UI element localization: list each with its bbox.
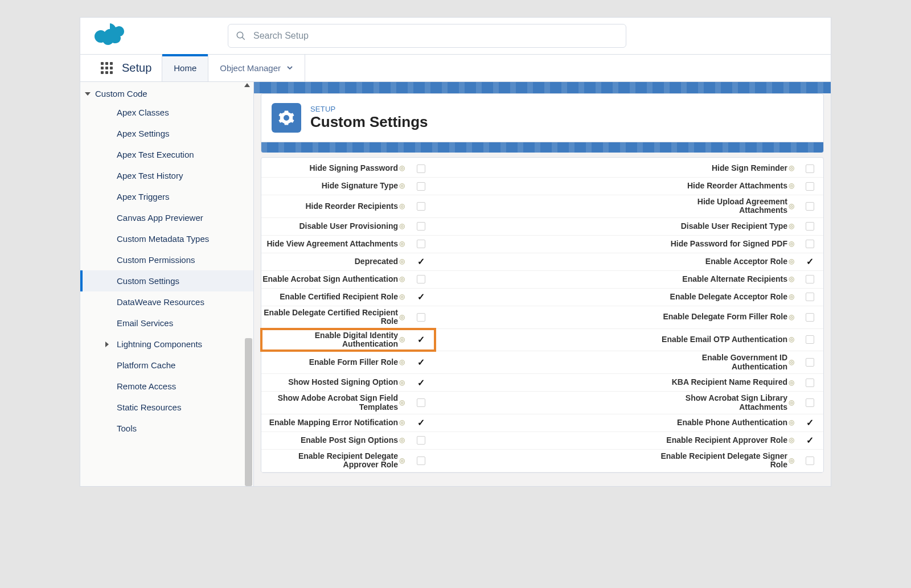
setting-checkbox-right[interactable] bbox=[796, 392, 823, 414]
setting-checkbox-right[interactable] bbox=[796, 195, 823, 217]
help-icon[interactable]: ◎ bbox=[789, 314, 794, 321]
sidebar-item-lightning-components[interactable]: Lightning Components bbox=[80, 334, 253, 355]
help-icon[interactable]: ◎ bbox=[789, 359, 794, 366]
setting-checkbox-right[interactable] bbox=[796, 289, 823, 306]
setting-checkbox-left[interactable] bbox=[407, 450, 435, 472]
setting-checkbox-right[interactable] bbox=[796, 236, 823, 253]
caret-right-icon bbox=[105, 342, 109, 347]
help-icon[interactable]: ◎ bbox=[789, 258, 794, 265]
setting-checkbox-right[interactable] bbox=[796, 351, 823, 373]
sidebar-item-platform-cache[interactable]: Platform Cache bbox=[80, 355, 253, 376]
help-icon[interactable]: ◎ bbox=[789, 276, 794, 283]
help-icon[interactable]: ◎ bbox=[399, 336, 405, 343]
help-icon[interactable]: ◎ bbox=[399, 399, 405, 406]
setting-checkbox-left[interactable] bbox=[407, 432, 435, 449]
setting-checkbox-right[interactable] bbox=[796, 329, 823, 351]
help-icon[interactable]: ◎ bbox=[399, 240, 405, 248]
sidebar-section-custom-code[interactable]: Custom Code bbox=[80, 85, 253, 102]
help-icon[interactable]: ◎ bbox=[789, 165, 794, 172]
help-icon[interactable]: ◎ bbox=[789, 437, 794, 444]
help-icon[interactable]: ◎ bbox=[789, 336, 794, 343]
sidebar-item-static-resources[interactable]: Static Resources bbox=[80, 397, 253, 418]
help-icon[interactable]: ◎ bbox=[399, 276, 405, 283]
help-icon[interactable]: ◎ bbox=[789, 240, 794, 248]
content: SETUP Custom Settings Hide Signing Passw… bbox=[254, 82, 831, 486]
help-icon[interactable]: ◎ bbox=[399, 437, 405, 444]
checkbox-empty-icon bbox=[806, 335, 814, 344]
nav-tab-home[interactable]: Home bbox=[162, 55, 208, 81]
setting-checkbox-left[interactable] bbox=[407, 236, 435, 253]
setting-checkbox-left[interactable] bbox=[407, 195, 435, 217]
help-icon[interactable]: ◎ bbox=[399, 379, 405, 386]
help-icon[interactable]: ◎ bbox=[399, 359, 405, 366]
sidebar-item-apex-classes[interactable]: Apex Classes bbox=[80, 102, 253, 123]
help-icon[interactable]: ◎ bbox=[399, 314, 405, 321]
setting-label-left: Disable User Provisioning◎ bbox=[261, 218, 407, 235]
sidebar-item-apex-settings[interactable]: Apex Settings bbox=[80, 123, 253, 144]
help-icon[interactable]: ◎ bbox=[789, 399, 794, 406]
search-input[interactable] bbox=[228, 24, 626, 48]
setting-checkbox-right[interactable] bbox=[796, 160, 823, 177]
checkbox-empty-icon bbox=[806, 240, 814, 248]
setting-checkbox-right[interactable] bbox=[796, 271, 823, 288]
help-icon[interactable]: ◎ bbox=[789, 203, 794, 210]
sidebar-item-custom-settings[interactable]: Custom Settings bbox=[80, 270, 253, 291]
help-icon[interactable]: ◎ bbox=[399, 203, 405, 210]
setting-checkbox-right[interactable]: ✓ bbox=[796, 414, 823, 431]
help-icon[interactable]: ◎ bbox=[399, 258, 405, 265]
setting-checkbox-left[interactable]: ✓ bbox=[407, 414, 435, 431]
setting-checkbox-left[interactable]: ✓ bbox=[407, 374, 435, 391]
setting-checkbox-left[interactable]: ✓ bbox=[407, 331, 435, 348]
sidebar-item-apex-triggers[interactable]: Apex Triggers bbox=[80, 186, 253, 207]
help-icon[interactable]: ◎ bbox=[789, 223, 794, 230]
sidebar-item-email-services[interactable]: Email Services bbox=[80, 312, 253, 334]
sidebar-section-label: Custom Code bbox=[95, 89, 147, 98]
setting-checkbox-left[interactable] bbox=[407, 178, 435, 195]
help-icon[interactable]: ◎ bbox=[399, 182, 405, 190]
body: Custom Code Apex ClassesApex SettingsApe… bbox=[80, 82, 831, 486]
sidebar-item-custom-permissions[interactable]: Custom Permissions bbox=[80, 249, 253, 270]
setting-checkbox-right[interactable] bbox=[796, 218, 823, 235]
setting-label-right: Hide Upload Agreement Attachments◎ bbox=[654, 195, 796, 217]
scroll-up-arrow-icon[interactable] bbox=[244, 83, 250, 87]
setting-checkbox-right[interactable] bbox=[796, 450, 823, 472]
setting-checkbox-right[interactable] bbox=[796, 374, 823, 391]
help-icon[interactable]: ◎ bbox=[399, 457, 405, 464]
settings-row: Enable Delegate Certified Recipient Role… bbox=[261, 306, 823, 329]
setting-checkbox-left[interactable]: ✓ bbox=[407, 351, 435, 373]
setting-checkbox-left[interactable] bbox=[407, 271, 435, 288]
setting-checkbox-left[interactable] bbox=[407, 306, 435, 328]
help-icon[interactable]: ◎ bbox=[789, 379, 794, 386]
sidebar-item-custom-metadata-types[interactable]: Custom Metadata Types bbox=[80, 228, 253, 249]
setting-checkbox-left[interactable]: ✓ bbox=[407, 253, 435, 270]
setting-checkbox-left[interactable] bbox=[407, 218, 435, 235]
setting-checkbox-right[interactable] bbox=[796, 178, 823, 195]
help-icon[interactable]: ◎ bbox=[789, 457, 794, 464]
sidebar-item-canvas-app-previewer[interactable]: Canvas App Previewer bbox=[80, 207, 253, 228]
help-icon[interactable]: ◎ bbox=[789, 182, 794, 190]
setting-label-right: Enable Email OTP Authentication◎ bbox=[654, 329, 796, 351]
help-icon[interactable]: ◎ bbox=[399, 223, 405, 230]
sidebar-item-dataweave-resources[interactable]: DataWeave Resources bbox=[80, 291, 253, 312]
sidebar-item-remote-access[interactable]: Remote Access bbox=[80, 376, 253, 397]
scrollbar-thumb[interactable] bbox=[245, 338, 252, 486]
app-shell: Setup HomeObject Manager Custom Code Ape… bbox=[80, 17, 831, 487]
nav-tab-object-manager[interactable]: Object Manager bbox=[208, 55, 305, 81]
help-icon[interactable]: ◎ bbox=[399, 165, 405, 172]
setting-checkbox-left[interactable] bbox=[407, 160, 435, 177]
sidebar-item-tools[interactable]: Tools bbox=[80, 418, 253, 439]
help-icon[interactable]: ◎ bbox=[789, 293, 794, 301]
setting-checkbox-left[interactable]: ✓ bbox=[407, 289, 435, 306]
setting-label-left: Enable Delegate Certified Recipient Role… bbox=[261, 306, 407, 328]
setting-checkbox-right[interactable] bbox=[796, 306, 823, 328]
setting-checkbox-right[interactable]: ✓ bbox=[796, 253, 823, 270]
help-icon[interactable]: ◎ bbox=[789, 419, 794, 426]
help-icon[interactable]: ◎ bbox=[399, 419, 405, 426]
sidebar-item-apex-test-history[interactable]: Apex Test History bbox=[80, 165, 253, 186]
sidebar-item-apex-test-execution[interactable]: Apex Test Execution bbox=[80, 144, 253, 165]
setting-checkbox-right[interactable]: ✓ bbox=[796, 432, 823, 449]
settings-row: Enable Post Sign Options◎Enable Recipien… bbox=[261, 432, 823, 450]
setting-checkbox-left[interactable] bbox=[407, 392, 435, 414]
app-launcher[interactable]: Setup bbox=[80, 55, 162, 81]
help-icon[interactable]: ◎ bbox=[399, 293, 405, 301]
